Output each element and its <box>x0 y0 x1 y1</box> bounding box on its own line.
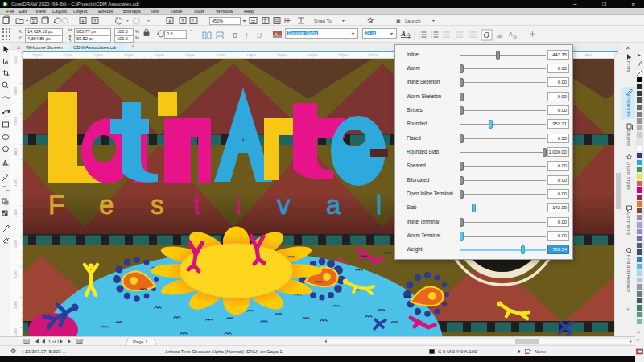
svg-text:4600: 4600 <box>14 209 18 217</box>
svg-text:4300: 4300 <box>14 301 18 309</box>
svg-text:4200: 4200 <box>14 328 18 336</box>
svg-text:12500: 12500 <box>155 53 164 57</box>
svg-text:Page 1: Page 1 <box>133 339 147 344</box>
svg-text:B: B <box>233 31 237 39</box>
svg-text:12400: 12400 <box>124 53 134 57</box>
svg-text:4800: 4800 <box>14 148 18 156</box>
svg-text:I: I <box>246 31 248 39</box>
svg-text:a: a <box>326 190 341 220</box>
svg-text:4700: 4700 <box>14 179 18 187</box>
svg-text:U: U <box>257 31 262 39</box>
svg-text:12900: 12900 <box>277 53 287 57</box>
svg-text:1 of 1: 1 of 1 <box>48 339 60 344</box>
svg-text:Launch: Launch <box>405 19 421 23</box>
svg-text:°: ° <box>190 29 192 34</box>
svg-text:▣: ▣ <box>396 19 401 23</box>
svg-text:13100: 13100 <box>338 53 348 57</box>
svg-text:A: A <box>275 32 278 37</box>
svg-text:e: e <box>99 190 114 220</box>
svg-text:13000: 13000 <box>308 53 317 57</box>
svg-text:12200: 12200 <box>63 53 72 57</box>
svg-text:4500: 4500 <box>14 240 18 248</box>
svg-text:t: t <box>193 190 200 220</box>
svg-text:a{: a{ <box>497 33 503 39</box>
svg-text:i: i <box>235 190 241 220</box>
svg-text:Snap To: Snap To <box>314 19 332 23</box>
svg-text:P: P <box>192 19 195 23</box>
svg-text:O: O <box>484 31 489 39</box>
svg-text:12300: 12300 <box>93 53 103 57</box>
svg-text:13900: 13900 <box>583 53 592 57</box>
svg-text:F: F <box>48 190 64 220</box>
svg-text:4400: 4400 <box>14 270 18 278</box>
svg-text:A: A <box>509 31 513 37</box>
svg-text:12100: 12100 <box>32 53 42 57</box>
svg-text:12700: 12700 <box>216 53 225 57</box>
svg-text:12600: 12600 <box>185 53 195 57</box>
svg-text:5100: 5100 <box>14 56 18 64</box>
svg-text:v: v <box>277 190 291 220</box>
svg-text:l: l <box>376 190 382 220</box>
svg-text:12800: 12800 <box>246 53 256 57</box>
svg-text:4900: 4900 <box>14 117 18 125</box>
svg-text:A: A <box>400 30 406 38</box>
svg-text:13200: 13200 <box>369 53 378 57</box>
svg-text:5000: 5000 <box>14 87 18 95</box>
svg-text:s: s <box>151 190 164 220</box>
